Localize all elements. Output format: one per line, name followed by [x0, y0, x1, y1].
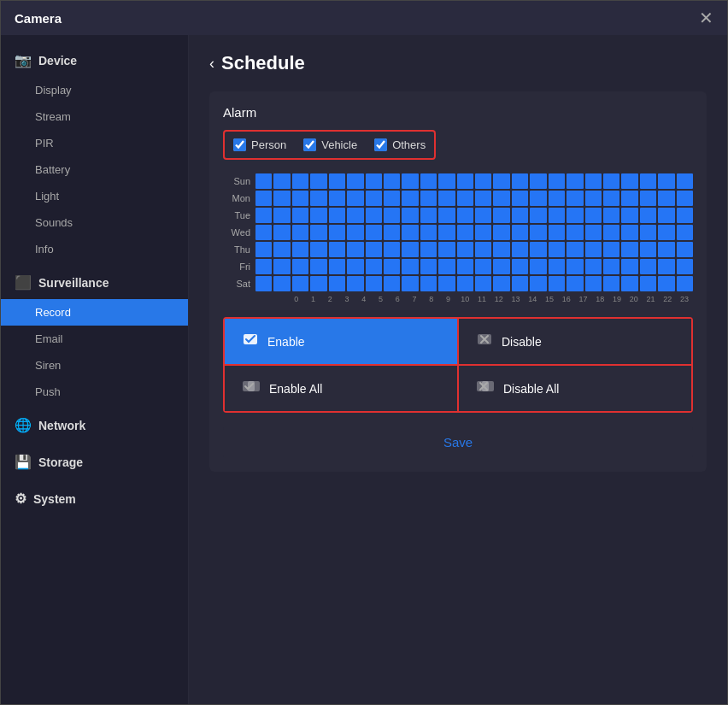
grid-cell[interactable]: [420, 173, 437, 189]
grid-cell[interactable]: [457, 242, 473, 257]
sidebar-item-sounds[interactable]: Sounds: [1, 209, 188, 236]
grid-cell[interactable]: [493, 242, 509, 257]
grid-cell[interactable]: [658, 208, 674, 223]
grid-cell[interactable]: [273, 276, 290, 291]
sidebar-section-storage-header[interactable]: 💾 Storage: [1, 445, 188, 479]
grid-cell[interactable]: [255, 242, 272, 257]
enable-button[interactable]: Enable: [225, 319, 457, 364]
grid-cell[interactable]: [438, 191, 455, 206]
grid-cell[interactable]: [273, 225, 290, 240]
grid-cell[interactable]: [366, 208, 382, 223]
grid-cell[interactable]: [366, 259, 382, 274]
grid-cell[interactable]: [255, 259, 272, 274]
grid-cell[interactable]: [567, 191, 583, 206]
grid-cell[interactable]: [384, 276, 400, 291]
grid-cell[interactable]: [402, 259, 418, 274]
grid-cell[interactable]: [585, 173, 602, 189]
grid-cell[interactable]: [603, 259, 619, 274]
grid-cell[interactable]: [493, 225, 509, 240]
grid-cell[interactable]: [585, 242, 602, 257]
grid-cell[interactable]: [640, 208, 656, 223]
grid-cell[interactable]: [292, 173, 308, 189]
disable-button[interactable]: Disable: [459, 319, 691, 364]
grid-cell[interactable]: [621, 225, 637, 240]
grid-cell[interactable]: [329, 276, 345, 291]
grid-cell[interactable]: [438, 208, 455, 223]
sidebar-item-pir[interactable]: PIR: [1, 130, 188, 156]
grid-cell[interactable]: [402, 276, 418, 291]
grid-cell[interactable]: [384, 259, 400, 274]
grid-cell[interactable]: [457, 208, 473, 223]
grid-cell[interactable]: [549, 242, 565, 257]
sidebar-item-light[interactable]: Light: [1, 183, 188, 209]
grid-cell[interactable]: [677, 191, 693, 206]
vehicle-checkbox[interactable]: [303, 138, 316, 151]
grid-cell[interactable]: [530, 208, 546, 223]
grid-cell[interactable]: [585, 276, 602, 291]
others-checkbox[interactable]: [374, 138, 387, 151]
grid-cell[interactable]: [603, 173, 619, 189]
grid-cell[interactable]: [420, 242, 437, 257]
grid-cell[interactable]: [658, 276, 674, 291]
grid-cell[interactable]: [310, 173, 326, 189]
grid-cell[interactable]: [420, 225, 437, 240]
grid-cell[interactable]: [512, 276, 528, 291]
grid-cell[interactable]: [310, 276, 326, 291]
save-button[interactable]: Save: [443, 435, 473, 449]
checkbox-others[interactable]: Others: [374, 138, 426, 151]
grid-cell[interactable]: [512, 208, 528, 223]
grid-cell[interactable]: [420, 208, 437, 223]
checkbox-vehicle[interactable]: Vehicle: [303, 138, 357, 151]
sidebar-item-record[interactable]: Record: [1, 299, 188, 326]
grid-cell[interactable]: [292, 242, 308, 257]
grid-cell[interactable]: [621, 173, 637, 189]
grid-cell[interactable]: [658, 191, 674, 206]
grid-cell[interactable]: [567, 225, 583, 240]
grid-cell[interactable]: [384, 173, 400, 189]
sidebar-section-device-header[interactable]: 📷 Device: [1, 44, 188, 77]
grid-cell[interactable]: [273, 173, 290, 189]
grid-cell[interactable]: [640, 276, 656, 291]
grid-cell[interactable]: [658, 242, 674, 257]
grid-cell[interactable]: [329, 191, 345, 206]
grid-cell[interactable]: [493, 173, 509, 189]
grid-cell[interactable]: [384, 225, 400, 240]
grid-cell[interactable]: [493, 191, 509, 206]
grid-cell[interactable]: [640, 242, 656, 257]
grid-cell[interactable]: [475, 276, 491, 291]
grid-cell[interactable]: [603, 225, 619, 240]
grid-cell[interactable]: [273, 191, 290, 206]
grid-cell[interactable]: [420, 259, 437, 274]
grid-cell[interactable]: [640, 173, 656, 189]
grid-cell[interactable]: [329, 208, 345, 223]
sidebar-item-push[interactable]: Push: [1, 379, 188, 405]
grid-cell[interactable]: [329, 173, 345, 189]
grid-cell[interactable]: [310, 259, 326, 274]
sidebar-section-network-header[interactable]: 🌐 Network: [1, 408, 188, 442]
disable-all-button[interactable]: Disable All: [459, 366, 691, 411]
grid-cell[interactable]: [475, 191, 491, 206]
grid-cell[interactable]: [457, 225, 473, 240]
grid-cell[interactable]: [512, 242, 528, 257]
grid-cell[interactable]: [567, 276, 583, 291]
grid-cell[interactable]: [530, 191, 546, 206]
grid-cell[interactable]: [347, 225, 363, 240]
grid-cell[interactable]: [567, 208, 583, 223]
grid-cell[interactable]: [658, 259, 674, 274]
grid-cell[interactable]: [530, 276, 546, 291]
grid-cell[interactable]: [420, 191, 437, 206]
grid-cell[interactable]: [567, 242, 583, 257]
grid-cell[interactable]: [292, 276, 308, 291]
grid-cell[interactable]: [457, 276, 473, 291]
grid-cell[interactable]: [512, 173, 528, 189]
grid-cell[interactable]: [384, 242, 400, 257]
grid-cell[interactable]: [530, 259, 546, 274]
sidebar-item-email[interactable]: Email: [1, 326, 188, 352]
checkbox-person[interactable]: Person: [233, 138, 286, 151]
sidebar-item-display[interactable]: Display: [1, 77, 188, 103]
grid-cell[interactable]: [420, 276, 437, 291]
grid-cell[interactable]: [493, 276, 509, 291]
grid-cell[interactable]: [457, 173, 473, 189]
grid-cell[interactable]: [475, 173, 491, 189]
grid-cell[interactable]: [621, 259, 637, 274]
